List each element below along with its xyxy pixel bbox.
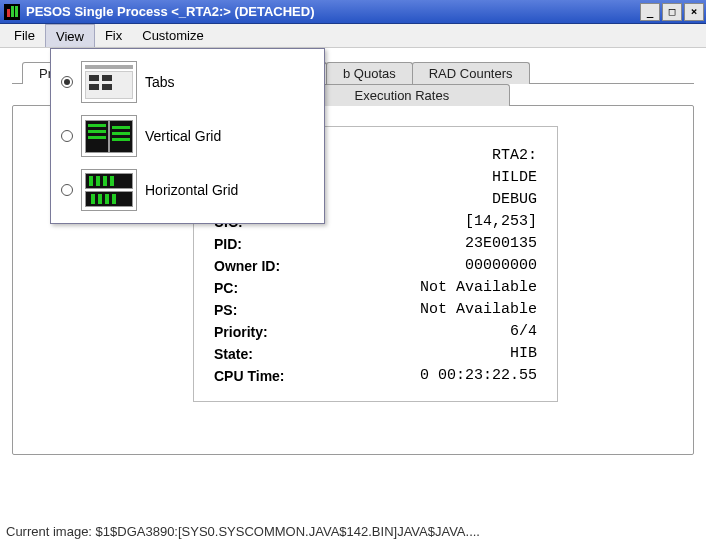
info-value-owner-id: 00000000 — [334, 255, 537, 277]
radio-icon — [61, 76, 73, 88]
info-value-ps: Not Available — [334, 299, 537, 321]
info-row-priority: Priority: 6/4 — [214, 321, 537, 343]
info-value-terminal: RTA2: — [334, 145, 537, 167]
tab-rad-counters[interactable]: RAD Counters — [412, 62, 530, 84]
info-value-pid: 23E00135 — [334, 233, 537, 255]
minimize-button[interactable]: _ — [640, 3, 660, 21]
vgrid-thumbnail-icon — [81, 115, 137, 157]
maximize-button[interactable]: □ — [662, 3, 682, 21]
view-option-tabs[interactable]: Tabs — [57, 55, 318, 109]
hgrid-thumbnail-icon — [81, 169, 137, 211]
menu-file[interactable]: File — [4, 24, 45, 47]
window-title: PESOS Single Process <_RTA2:> (DETACHED) — [24, 4, 640, 19]
info-label-pc: PC: — [214, 277, 334, 299]
info-row-owner-id: Owner ID: 00000000 — [214, 255, 537, 277]
info-label-owner-id: Owner ID: — [214, 255, 334, 277]
info-value-uic: [14,253] — [334, 211, 537, 233]
info-row-pc: PC: Not Available — [214, 277, 537, 299]
info-row-pid: PID: 23E00135 — [214, 233, 537, 255]
info-value-pc: Not Available — [334, 277, 537, 299]
info-value-account: DEBUG — [334, 189, 537, 211]
tab-execution-rates[interactable]: Execution Rates — [294, 84, 511, 106]
view-option-horizontal-grid[interactable]: Horizontal Grid — [57, 163, 318, 217]
view-option-label: Vertical Grid — [145, 128, 221, 144]
info-value-cpu-time: 0 00:23:22.55 — [334, 365, 537, 387]
tab-job-quotas[interactable]: b Quotas — [326, 62, 413, 84]
radio-icon — [61, 130, 73, 142]
info-row-state: State: HIB — [214, 343, 537, 365]
info-row-cpu-time: CPU Time: 0 00:23:22.55 — [214, 365, 537, 387]
info-row-ps: PS: Not Available — [214, 299, 537, 321]
menubar: File View Fix Customize — [0, 24, 706, 48]
radio-icon — [61, 184, 73, 196]
info-label-cpu-time: CPU Time: — [214, 365, 334, 387]
info-label-priority: Priority: — [214, 321, 334, 343]
info-value-user: HILDE — [334, 167, 537, 189]
window-titlebar: PESOS Single Process <_RTA2:> (DETACHED)… — [0, 0, 706, 24]
tabs-thumbnail-icon — [81, 61, 137, 103]
view-option-label: Tabs — [145, 74, 175, 90]
view-option-vertical-grid[interactable]: Vertical Grid — [57, 109, 318, 163]
menu-fix[interactable]: Fix — [95, 24, 132, 47]
view-dropdown: Tabs Vertical Grid Horizontal Grid — [50, 48, 325, 224]
info-value-state: HIB — [334, 343, 537, 365]
info-label-pid: PID: — [214, 233, 334, 255]
menu-view[interactable]: View — [45, 24, 95, 47]
info-label-state: State: — [214, 343, 334, 365]
view-option-label: Horizontal Grid — [145, 182, 238, 198]
close-button[interactable]: × — [684, 3, 704, 21]
info-value-priority: 6/4 — [334, 321, 537, 343]
app-icon — [4, 4, 20, 20]
menu-customize[interactable]: Customize — [132, 24, 213, 47]
statusbar: Current image: $1$DGA3890:[SYS0.SYSCOMMO… — [0, 524, 706, 539]
info-label-ps: PS: — [214, 299, 334, 321]
window-controls: _ □ × — [640, 3, 704, 21]
status-value: $1$DGA3890:[SYS0.SYSCOMMON.JAVA$142.BIN]… — [96, 524, 480, 539]
status-label: Current image: — [6, 524, 96, 539]
